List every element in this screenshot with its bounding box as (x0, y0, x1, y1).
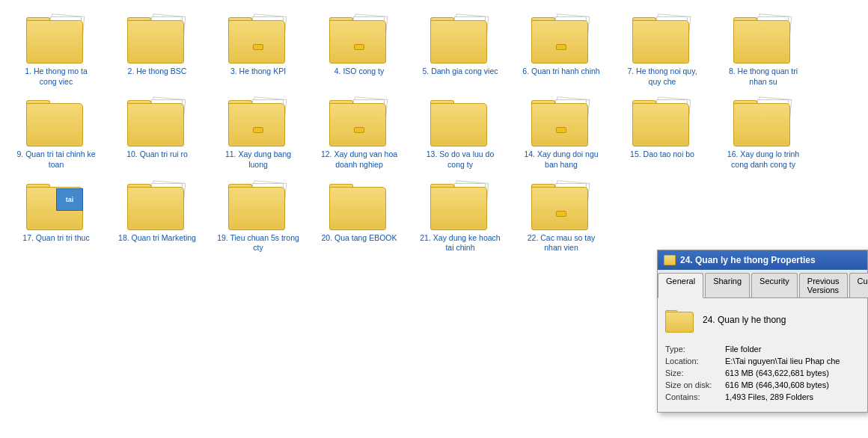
folder-item-5[interactable]: 5. Danh gia cong viec (412, 11, 509, 87)
info-row-location: Location: E:\Tai nguyen\Tai lieu Phap ch… (665, 355, 860, 367)
folder-icon-11 (228, 94, 288, 146)
folder-item-11[interactable]: 11. Xay dung bangluong (210, 94, 307, 170)
folder-item-2[interactable]: 2. He thong BSC (109, 11, 206, 87)
folder-item-7[interactable]: 7. He thong noi quy,quy che (614, 11, 711, 87)
tab-security[interactable]: Security (751, 273, 798, 297)
folder-label-1: 1. He thong mo tacong viec (25, 67, 87, 87)
folder-icon-18 (127, 178, 187, 230)
dialog-content: 24. Quan ly he thong Type: File folder L… (658, 298, 867, 412)
folder-icon-12 (329, 94, 389, 146)
info-row-type: Type: File folder (665, 343, 860, 355)
folder-item-3[interactable]: 3. He thong KPI (210, 11, 307, 87)
folder-label-10: 10. Quan tri rui ro (126, 149, 188, 160)
folder-label-9: 9. Quan tri tai chinh ketoan (16, 149, 95, 170)
folder-item-17[interactable]: tai17. Quan tri tri thuc (7, 178, 105, 253)
folder-item-8[interactable]: 8. He thong quan trinhan su (715, 11, 812, 87)
size-disk-value: 616 MB (646,340,608 bytes) (725, 379, 860, 391)
folder-label-19: 19. Tieu chuan 5s trongcty (217, 233, 299, 253)
folder-icon-10 (127, 94, 187, 146)
folder-label-17: 17. Quan tri tri thuc (22, 233, 89, 244)
folder-label-2: 2. He thong BSC (128, 67, 187, 77)
folder-item-15[interactable]: 15. Dao tao noi bo (614, 94, 711, 170)
folder-item-20[interactable]: 20. Qua tang EBOOK (311, 178, 408, 253)
folder-item-21[interactable]: 21. Xay dung ke hoachtai chinh (412, 178, 509, 253)
tab-sharing[interactable]: Sharing (705, 273, 750, 297)
folder-label-15: 15. Dao tao noi bo (630, 149, 694, 160)
folder-icon-4 (329, 11, 389, 64)
folder-icon-7 (632, 11, 692, 64)
folder-icon-9 (26, 94, 86, 146)
info-row-size-disk: Size on disk: 616 MB (646,340,608 bytes) (665, 379, 860, 391)
folder-item-16[interactable]: 16. Xay dung lo trinhcong danh cong ty (715, 94, 812, 170)
folder-item-9[interactable]: 9. Quan tri tai chinh ketoan (7, 94, 105, 170)
folder-label-8: 8. He thong quan trinhan su (729, 67, 798, 87)
folder-label-6: 6. Quan tri hanh chinh (522, 67, 599, 77)
size-label: Size: (665, 367, 725, 379)
contains-value: 1,493 Files, 289 Folders (725, 391, 860, 403)
folder-icon-6 (531, 11, 591, 64)
type-label: Type: (665, 343, 725, 355)
dlg-folder-body (665, 312, 694, 333)
folder-label-7: 7. He thong noi quy,quy che (627, 67, 697, 87)
folder-item-10[interactable]: 10. Quan tri rui ro (109, 94, 206, 170)
folder-label-20: 20. Qua tang EBOOK (322, 233, 397, 244)
dialog-tabs: General Sharing Security Previous Versio… (658, 270, 867, 298)
folder-item-22[interactable]: 22. Cac mau so taynhan vien (513, 178, 610, 253)
folder-icon-13 (430, 94, 490, 146)
folder-label-22: 22. Cac mau so taynhan vien (528, 233, 595, 253)
folder-icon-17: tai (26, 178, 86, 230)
folder-icon-15 (632, 94, 692, 146)
folder-item-4[interactable]: 4. ISO cong ty (311, 11, 408, 87)
folder-label-14: 14. Xay dung doi nguban hang (524, 149, 598, 170)
folder-item-12[interactable]: 12. Xay dung van hoadoanh nghiep (311, 94, 408, 170)
dialog-folder-icon (665, 307, 695, 333)
folder-label-4: 4. ISO cong ty (334, 67, 385, 77)
folder-icon-20 (329, 178, 389, 230)
folder-label-21: 21. Xay dung ke hoachtai chinh (420, 233, 500, 253)
tab-general[interactable]: General (658, 273, 703, 298)
contains-label: Contains: (665, 391, 725, 403)
tab-custom[interactable]: Custo (849, 273, 868, 297)
dialog-info-table: Type: File folder Location: E:\Tai nguye… (665, 343, 860, 403)
folder-icon-16 (733, 94, 793, 146)
size-value: 613 MB (643,622,681 bytes) (725, 367, 860, 379)
folder-label-13: 13. So do va luu docong ty (427, 149, 495, 170)
properties-dialog: 24. Quan ly he thong Properties General … (657, 250, 868, 413)
folder-icon-5 (430, 11, 490, 64)
info-row-size: Size: 613 MB (643,622,681 bytes) (665, 367, 860, 379)
location-value: E:\Tai nguyen\Tai lieu Phap che (725, 355, 860, 367)
folder-item-14[interactable]: 14. Xay dung doi nguban hang (513, 94, 610, 170)
folder-label-12: 12. Xay dung van hoadoanh nghiep (321, 149, 397, 170)
tab-previous-versions[interactable]: Previous Versions (799, 273, 848, 297)
folder-label-11: 11. Xay dung bangluong (225, 149, 291, 170)
folder-icon-19 (228, 178, 288, 230)
location-label: Location: (665, 355, 725, 367)
folder-item-1[interactable]: 1. He thong mo tacong viec (7, 11, 105, 87)
folder-label-18: 18. Quan tri Marketing (118, 233, 196, 244)
folder-icon-1 (26, 11, 86, 64)
folder-item-6[interactable]: 6. Quan tri hanh chinh (513, 11, 610, 87)
size-disk-label: Size on disk: (665, 379, 725, 391)
info-row-contains: Contains: 1,493 Files, 289 Folders (665, 391, 860, 403)
folder-icon-3 (228, 11, 288, 64)
folder-icon-14 (531, 94, 591, 146)
file-grid: 1. He thong mo tacong viec2. He thong BS… (0, 0, 868, 265)
dialog-folder-row: 24. Quan ly he thong (665, 307, 860, 333)
folder-icon-22 (531, 178, 591, 230)
folder-label-5: 5. Danh gia cong viec (423, 67, 498, 77)
dialog-title-text: 24. Quan ly he thong Properties (680, 255, 816, 265)
folder-item-13[interactable]: 13. So do va luu docong ty (412, 94, 509, 170)
folder-label-3: 3. He thong KPI (230, 67, 286, 77)
dialog-title-folder-icon (664, 255, 676, 265)
folder-icon-8 (733, 11, 793, 64)
dialog-titlebar: 24. Quan ly he thong Properties (658, 250, 867, 270)
folder-icon-2 (127, 11, 187, 64)
folder-icon-21 (430, 178, 490, 230)
dialog-folder-name: 24. Quan ly he thong (703, 315, 786, 325)
folder-item-18[interactable]: 18. Quan tri Marketing (109, 178, 206, 253)
folder-label-16: 16. Xay dung lo trinhcong danh cong ty (727, 149, 799, 170)
type-value: File folder (725, 343, 860, 355)
folder-item-19[interactable]: 19. Tieu chuan 5s trongcty (210, 178, 307, 253)
